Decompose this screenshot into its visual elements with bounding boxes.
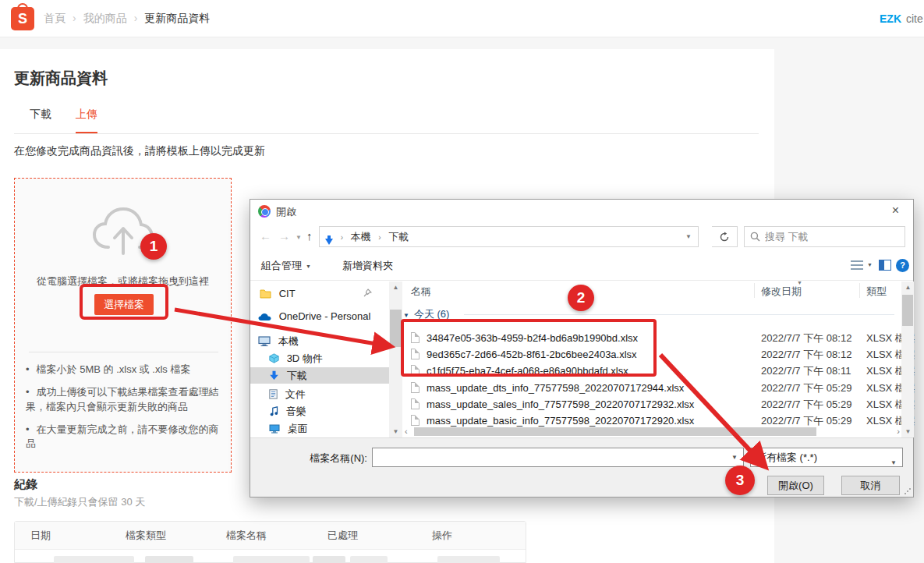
search-input[interactable] bbox=[765, 228, 897, 244]
scrollbar-thumb[interactable] bbox=[414, 427, 816, 436]
tab-upload[interactable]: 上傳 bbox=[76, 108, 97, 134]
dialog-nav-row: ← → ▼ ↑ › 本機 › 下載 ▼ bbox=[250, 223, 913, 251]
organize-menu[interactable]: 組合管理▼ bbox=[261, 259, 311, 273]
path-separator: › bbox=[341, 233, 343, 242]
column-date-modified[interactable]: 修改日期 bbox=[761, 285, 802, 299]
col-file-name: 檔案名稱 bbox=[211, 522, 312, 549]
column-type[interactable]: 類型 bbox=[866, 285, 887, 299]
records-table: 日期 檔案類型 檔案名稱 已處理 操作 bbox=[14, 521, 526, 563]
tab-download[interactable]: 下載 bbox=[30, 108, 51, 132]
sidebar-item-music[interactable]: 音樂 bbox=[250, 403, 389, 420]
scroll-right-icon[interactable]: › bbox=[897, 427, 900, 437]
col-processed: 已處理 bbox=[312, 522, 416, 549]
up-icon[interactable]: ↑ bbox=[306, 229, 313, 243]
sidebar-item-3d-objects[interactable]: 3D 物件 bbox=[250, 350, 389, 366]
3d-objects-icon bbox=[269, 353, 279, 363]
new-folder-button[interactable]: 新增資料夾 bbox=[342, 259, 393, 273]
address-bar[interactable]: › 本機 › 下載 ▼ bbox=[319, 226, 699, 247]
group-divider bbox=[464, 314, 894, 315]
col-file-type: 檔案類型 bbox=[110, 522, 211, 549]
upload-divider bbox=[29, 352, 218, 352]
file-list-scrollbar[interactable]: ▲ ▼ bbox=[901, 282, 914, 437]
file-row[interactable]: c1fd5f75-eba7-4cef-a068-e86a90bbdafd.xls… bbox=[403, 363, 901, 379]
breadcrumb-separator: › bbox=[73, 12, 76, 24]
sidebar-item-downloads[interactable]: 下載 bbox=[250, 367, 389, 384]
view-mode-icon[interactable] bbox=[851, 260, 863, 271]
scrollbar-thumb[interactable] bbox=[902, 295, 913, 326]
music-icon bbox=[270, 406, 278, 416]
pin-icon bbox=[363, 289, 372, 297]
select-file-button[interactable]: 選擇檔案 bbox=[94, 294, 154, 315]
chevron-down-icon[interactable]: ▼ bbox=[731, 454, 738, 461]
close-icon[interactable]: × bbox=[878, 200, 913, 223]
help-icon[interactable]: ? bbox=[896, 259, 909, 272]
upload-rule: 成功上傳後可以下載結果檔案查看處理結果，檔案內只會顯示更新失敗的商品 bbox=[26, 385, 222, 415]
sidebar-item-this-pc[interactable]: 本機 bbox=[250, 333, 389, 349]
upload-hint: 從電腦選擇檔案，或將檔案拖曳到這裡 bbox=[15, 274, 231, 289]
breadcrumb-current: 更新商品資料 bbox=[144, 12, 210, 24]
filename-input[interactable] bbox=[376, 450, 719, 465]
breadcrumb-home[interactable]: 首頁 bbox=[44, 12, 65, 24]
col-date: 日期 bbox=[15, 522, 110, 549]
address-dropdown-icon[interactable]: ▼ bbox=[685, 227, 692, 246]
scrollbar-thumb[interactable] bbox=[390, 310, 402, 347]
sidebar-scrollbar[interactable]: ▲ ▼ bbox=[389, 282, 402, 437]
search-icon bbox=[750, 232, 760, 242]
folder-icon bbox=[260, 289, 271, 299]
address-segment-downloads[interactable]: 下載 bbox=[388, 231, 409, 243]
sidebar-item-desktop[interactable]: 桌面 bbox=[250, 420, 389, 437]
tab-divider bbox=[14, 133, 759, 134]
search-box[interactable] bbox=[744, 226, 905, 247]
onedrive-cloud-icon bbox=[258, 313, 271, 321]
cancel-button[interactable]: 取消 bbox=[841, 476, 900, 495]
scroll-up-icon[interactable]: ▲ bbox=[901, 282, 915, 293]
record-placeholder bbox=[233, 556, 310, 563]
history-chevron-icon[interactable]: ▼ bbox=[296, 234, 302, 241]
file-icon bbox=[411, 365, 420, 376]
refresh-button[interactable] bbox=[712, 226, 738, 247]
horizontal-scrollbar[interactable]: ‹ › bbox=[403, 427, 901, 437]
resize-grip[interactable] bbox=[905, 488, 911, 494]
file-icon bbox=[411, 398, 420, 409]
top-header: S 首頁›我的商品›更新商品資料 EZKcite bbox=[0, 0, 924, 37]
file-row[interactable]: mass_update_sales_info_77577598_20220707… bbox=[403, 396, 901, 413]
sidebar-item-cit[interactable]: CIT bbox=[250, 285, 389, 302]
group-header-today[interactable]: ▼今天 (6) bbox=[403, 307, 449, 321]
account-info[interactable]: EZKcite bbox=[880, 12, 923, 25]
file-row[interactable]: mass_update_dts_info_77577598_2022070717… bbox=[403, 380, 901, 396]
address-segment-this-pc[interactable]: 本機 bbox=[351, 231, 371, 243]
sidebar-item-onedrive[interactable]: OneDrive - Personal bbox=[250, 308, 389, 324]
record-placeholder bbox=[145, 556, 193, 563]
open-button[interactable]: 開啟(O) bbox=[767, 476, 824, 495]
preview-pane-icon[interactable] bbox=[879, 260, 891, 271]
file-icon bbox=[411, 349, 420, 359]
scroll-down-icon[interactable]: ▼ bbox=[901, 426, 915, 437]
back-icon[interactable]: ← bbox=[260, 229, 271, 243]
account-name: cite bbox=[906, 12, 923, 25]
upload-rules: 檔案小於 5MB 的 .xlsx 或 .xls 檔案 成功上傳後可以下載結果檔案… bbox=[26, 363, 222, 459]
dialog-titlebar[interactable]: 開啟 × bbox=[250, 200, 913, 223]
forward-icon[interactable]: → bbox=[278, 229, 290, 243]
breadcrumb-my-products[interactable]: 我的商品 bbox=[83, 12, 127, 24]
view-mode-chevron-icon[interactable]: ▼ bbox=[867, 262, 873, 267]
dialog-body: CIT OneDrive - Personal 本機 3D 物件 下載 bbox=[250, 282, 913, 437]
column-name[interactable]: 名稱 bbox=[411, 285, 431, 299]
shopee-logo-icon[interactable]: S bbox=[11, 7, 34, 30]
filename-label: 檔案名稱(N): bbox=[250, 451, 367, 466]
scroll-down-icon[interactable]: ▼ bbox=[389, 426, 402, 437]
chrome-icon bbox=[258, 205, 271, 218]
folder-sidebar: CIT OneDrive - Personal 本機 3D 物件 下載 bbox=[250, 282, 389, 437]
file-row[interactable]: 34847e05-363b-4959-b2f4-bd6a9b1990bd.xls… bbox=[403, 330, 901, 346]
file-type-filter[interactable]: 所有檔案 (*.*) ▼ bbox=[750, 448, 903, 467]
chevron-down-icon: ▼ bbox=[306, 264, 311, 269]
record-placeholder bbox=[437, 556, 500, 563]
file-row[interactable]: 9ed365c7-2d66-452b-8f61-2bc6bee2403a.xls… bbox=[403, 346, 901, 363]
scroll-left-icon[interactable]: ‹ bbox=[405, 427, 408, 437]
upload-dropzone[interactable]: 從電腦選擇檔案，或將檔案拖曳到這裡 選擇檔案 檔案小於 5MB 的 .xlsx … bbox=[14, 178, 232, 473]
records-retention-note: 下載/上傳紀錄只會保留 30 天 bbox=[14, 495, 145, 509]
path-separator: › bbox=[378, 233, 381, 242]
filename-combo[interactable]: ▼ bbox=[372, 448, 744, 467]
refresh-icon bbox=[719, 232, 730, 243]
sidebar-item-documents[interactable]: 文件 bbox=[250, 386, 389, 402]
scroll-up-icon[interactable]: ▲ bbox=[389, 282, 402, 293]
